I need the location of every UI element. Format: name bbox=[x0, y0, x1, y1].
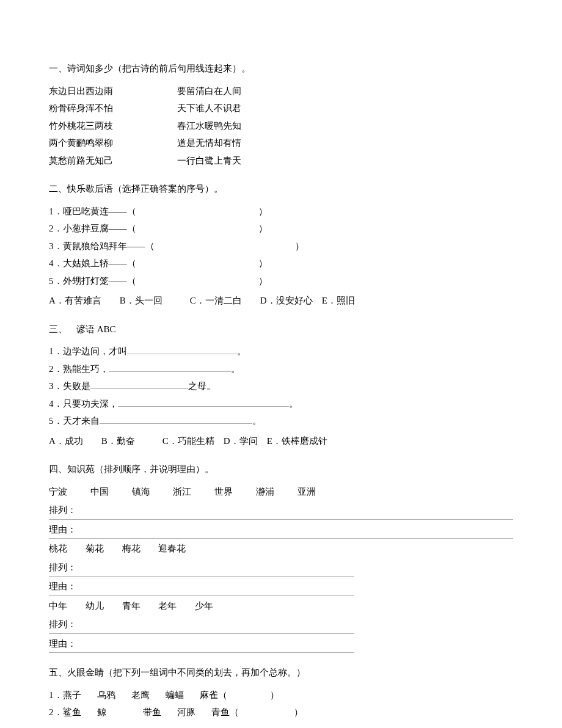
word-group: 中年 幼儿 青年 老年 少年 bbox=[49, 597, 513, 615]
poem-row: 东边日出西边雨要留清白在人间 bbox=[49, 82, 513, 100]
poem-row: 竹外桃花三两枝春江水暖鸭先知 bbox=[49, 117, 513, 135]
proverb-item: 2．熟能生巧，。 bbox=[49, 360, 513, 378]
word: 青年 bbox=[122, 597, 140, 615]
section-4-title: 四、知识苑（排列顺序，并说明理由）。 bbox=[49, 460, 513, 478]
xiehouyu-item: 3．黄鼠狼给鸡拜年——（） bbox=[49, 238, 513, 255]
word: 少年 bbox=[195, 597, 213, 615]
item-stem: 3．黄鼠狼给鸡拜年——（ bbox=[49, 238, 155, 255]
xiehouyu-item: 2．小葱拌豆腐——（） bbox=[49, 220, 513, 238]
arrange-line[interactable]: 排列： bbox=[49, 501, 513, 520]
section-2-title: 二、快乐歇后语（选择正确答案的序号）。 bbox=[49, 180, 513, 198]
word-group: 宁波 中国 镇海 浙江 世界 瀞浦 亚洲 bbox=[49, 483, 513, 501]
word: 迎春花 bbox=[158, 540, 186, 558]
arrange-line[interactable]: 排列： bbox=[49, 616, 354, 634]
poem-row: 两个黄鹂鸣翠柳道是无情却有情 bbox=[49, 134, 513, 152]
word: 河豚 bbox=[177, 704, 195, 721]
reason-line[interactable]: 理由： bbox=[49, 521, 513, 539]
poem-right: 要留清白在人间 bbox=[177, 82, 299, 100]
paren-close: ） bbox=[258, 220, 268, 238]
section-3-body: 1．边学边问，才叫。 2．熟能生巧，。 3．失败是之母。 4．只要功夫深，。 5… bbox=[49, 343, 513, 450]
poem-row: 粉骨碎身浑不怕天下谁人不识君 bbox=[49, 100, 513, 117]
xiehouyu-item: 1．哑巴吃黄连——（） bbox=[49, 203, 513, 220]
word: 桃花 bbox=[49, 540, 67, 558]
word: 梅花 bbox=[122, 540, 140, 558]
item-stem: 3．失败是 bbox=[49, 377, 90, 395]
reason-line[interactable]: 理由： bbox=[49, 635, 354, 653]
word: 亚洲 bbox=[297, 483, 316, 501]
answer-blank[interactable] bbox=[118, 396, 289, 407]
section-5-body: 1．燕子 乌鸦 老鹰 蝙蝠 麻雀（ ） 2．鲨鱼 鲸 带鱼 河豚 青鱼（ ） bbox=[49, 686, 513, 721]
word: 麻雀（ bbox=[200, 686, 227, 704]
answer-blank[interactable] bbox=[90, 379, 188, 390]
poem-left: 竹外桃花三两枝 bbox=[49, 117, 177, 135]
xiehouyu-item: 4．大姑娘上轿——（） bbox=[49, 255, 513, 272]
word: 中国 bbox=[90, 483, 109, 501]
word: 带鱼 bbox=[143, 704, 161, 721]
proverb-item: 1．边学边问，才叫。 bbox=[49, 343, 513, 360]
section-1-title: 一、诗词知多少（把古诗的前后句用线连起来）。 bbox=[49, 60, 513, 78]
item-tail: 之母。 bbox=[188, 377, 216, 395]
poem-left: 莫愁前路无知己 bbox=[49, 152, 177, 170]
paren-close: ） bbox=[258, 272, 268, 290]
item-tail: 。 bbox=[252, 412, 261, 430]
reason-label: 理由： bbox=[49, 578, 76, 595]
paren-close: ） bbox=[295, 238, 304, 255]
word: 2．鲨鱼 bbox=[49, 704, 81, 721]
section-1-body: 东边日出西边雨要留清白在人间 粉骨碎身浑不怕天下谁人不识君 竹外桃花三两枝春江水… bbox=[49, 82, 513, 170]
word: 镇海 bbox=[132, 483, 150, 501]
item-stem: 4．大姑娘上轿——（ bbox=[49, 255, 136, 272]
item-stem: 2．熟能生巧， bbox=[49, 360, 109, 378]
word: 浙江 bbox=[173, 483, 191, 501]
section-3-title: 三、 谚语 ABC bbox=[49, 321, 513, 338]
answer-blank[interactable] bbox=[127, 344, 237, 355]
poem-right: 天下谁人不识君 bbox=[177, 100, 299, 117]
word: 1．燕子 bbox=[49, 686, 81, 704]
poem-right: 一行白鹭上青天 bbox=[177, 152, 299, 170]
item-stem: 5．天才来自 bbox=[49, 412, 100, 430]
item-stem: 1．边学边问，才叫 bbox=[49, 343, 127, 360]
poem-left: 粉骨碎身浑不怕 bbox=[49, 100, 177, 117]
arrange-line[interactable]: 排列： bbox=[49, 559, 354, 577]
poem-right: 春江水暖鸭先知 bbox=[177, 117, 299, 135]
item-stem: 2．小葱拌豆腐——（ bbox=[49, 220, 136, 238]
poem-left: 东边日出西边雨 bbox=[49, 82, 177, 100]
poem-right: 道是无情却有情 bbox=[177, 134, 299, 152]
proverb-item: 3．失败是之母。 bbox=[49, 377, 513, 395]
item-stem: 5．外甥打灯笼——（ bbox=[49, 272, 136, 290]
paren-close: ） bbox=[258, 255, 268, 272]
word: 中年 bbox=[49, 597, 67, 615]
word: 蝙蝠 bbox=[166, 686, 184, 704]
arrange-label: 排列： bbox=[49, 559, 76, 577]
reason-label: 理由： bbox=[49, 635, 76, 653]
word: 幼儿 bbox=[86, 597, 104, 615]
word: 瀞浦 bbox=[256, 483, 274, 501]
section-3-options: A．成功 B．勤奋 C．巧能生精 D．学问 E．铁棒磨成针 bbox=[49, 432, 513, 450]
arrange-label: 排列： bbox=[49, 501, 76, 519]
word: 乌鸦 bbox=[97, 686, 115, 704]
answer-blank[interactable] bbox=[100, 414, 252, 424]
xiehouyu-item: 5．外甥打灯笼——（） bbox=[49, 272, 513, 290]
word: 老鹰 bbox=[131, 686, 150, 704]
item-tail: 。 bbox=[237, 343, 246, 360]
item-tail: 。 bbox=[231, 360, 240, 378]
category-row: 1．燕子 乌鸦 老鹰 蝙蝠 麻雀（ ） bbox=[49, 686, 513, 704]
answer-blank[interactable] bbox=[109, 362, 231, 372]
word: 菊花 bbox=[86, 540, 104, 558]
reason-label: 理由： bbox=[49, 521, 76, 539]
word: 鲸 bbox=[97, 704, 106, 721]
item-tail: 。 bbox=[289, 395, 298, 413]
item-stem: 1．哑巴吃黄连——（ bbox=[49, 203, 136, 220]
poem-left: 两个黄鹂鸣翠柳 bbox=[49, 134, 177, 152]
proverb-item: 5．天才来自。 bbox=[49, 412, 513, 430]
reason-line[interactable]: 理由： bbox=[49, 578, 354, 596]
word: 世界 bbox=[214, 483, 233, 501]
paren-close: ） bbox=[258, 203, 268, 220]
paren-close: ） bbox=[294, 704, 303, 721]
section-4-body: 宁波 中国 镇海 浙江 世界 瀞浦 亚洲 排列： 理由： 桃花 菊花 梅花 迎春… bbox=[49, 483, 513, 653]
paren-close: ） bbox=[270, 686, 279, 704]
section-2-body: 1．哑巴吃黄连——（） 2．小葱拌豆腐——（） 3．黄鼠狼给鸡拜年——（） 4．… bbox=[49, 203, 513, 310]
word-group: 桃花 菊花 梅花 迎春花 bbox=[49, 540, 513, 558]
arrange-label: 排列： bbox=[49, 616, 76, 633]
poem-row: 莫愁前路无知己一行白鹭上青天 bbox=[49, 152, 513, 170]
section-2-options: A．有苦难言 B．头一回 C．一清二白 D．没安好心 E．照旧 bbox=[49, 292, 513, 310]
